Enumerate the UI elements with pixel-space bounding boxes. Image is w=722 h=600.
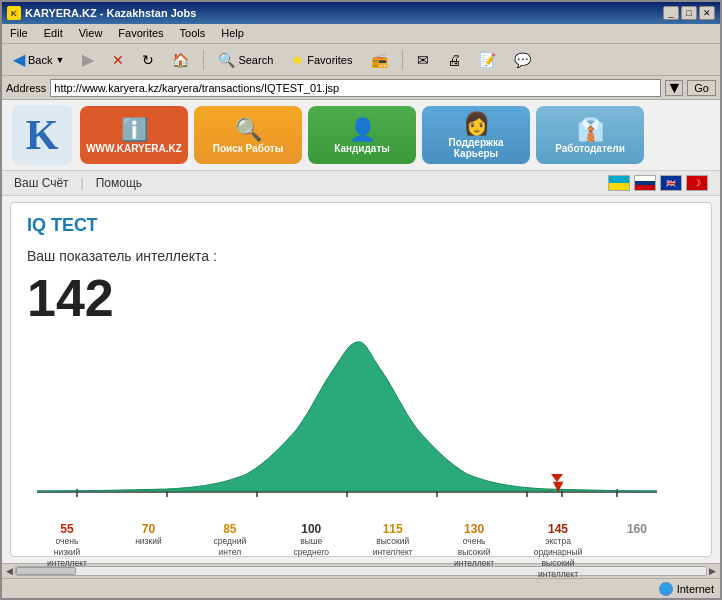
address-input[interactable] — [50, 79, 661, 97]
menu-edit[interactable]: Edit — [40, 26, 67, 41]
flag-tr[interactable]: ☽ — [686, 175, 708, 191]
refresh-button[interactable]: ↻ — [135, 48, 161, 72]
title-bar: K KARYERA.KZ - Kazakhstan Jobs _ □ ✕ — [2, 2, 720, 24]
home-button[interactable]: 🏠 — [165, 48, 196, 72]
menu-file[interactable]: File — [6, 26, 32, 41]
messenger-icon: 💬 — [514, 52, 531, 68]
internet-icon: 🌐 — [659, 582, 673, 596]
scale-160: 160 — [612, 522, 662, 578]
toolbar-separator-2 — [402, 50, 403, 70]
mail-button[interactable]: ✉ — [410, 48, 436, 72]
status-bar: 🌐 Internet — [2, 578, 720, 598]
toolbar: ◀ Back ▼ ▶ ✕ ↻ 🏠 🔍 Search ★ Favorites 📻 — [2, 44, 720, 76]
iq-arrow-indicator: ▼ — [549, 476, 567, 497]
favorites-label: Favorites — [307, 54, 352, 66]
forward-icon: ▶ — [82, 50, 94, 69]
menu-bar: File Edit View Favorites Tools Help — [2, 24, 720, 44]
site-content: K ℹ️ WWW.KARYERA.KZ 🔍 Поиск Работы 👤 Кан… — [2, 100, 720, 578]
print-button[interactable]: 🖨 — [440, 48, 468, 72]
forward-button[interactable]: ▶ — [75, 48, 101, 72]
stop-button[interactable]: ✕ — [105, 48, 131, 72]
iq-title: IQ ТЕСТ — [27, 215, 695, 236]
address-bar: Address ▼ Go — [2, 76, 720, 100]
bell-curve-svg — [27, 334, 667, 514]
back-button[interactable]: ◀ Back ▼ — [6, 48, 71, 72]
scale-130: 130 оченьвысокийинтеллект — [444, 522, 504, 578]
nav-line: Ваш Счёт | Помощь 🇬🇧 ☽ — [2, 170, 720, 196]
edit-icon: 📝 — [479, 52, 496, 68]
back-icon: ◀ — [13, 50, 25, 69]
menu-favorites[interactable]: Favorites — [114, 26, 167, 41]
scale-145: 145 экстраординарныйвысокийинтеллект — [521, 522, 596, 578]
scale-55: 55 оченьнизкийинтеллект — [32, 522, 102, 578]
logo-k-letter: K — [12, 105, 72, 165]
close-button[interactable]: ✕ — [699, 6, 715, 20]
nav-btn-info-label: WWW.KARYERA.KZ — [86, 143, 182, 154]
flags-container: 🇬🇧 ☽ — [608, 175, 708, 191]
flag-ru[interactable] — [634, 175, 656, 191]
scale-85: 85 среднийинтел — [195, 522, 265, 578]
window-controls: _ □ ✕ — [663, 6, 715, 20]
nav-separator: | — [81, 176, 84, 190]
internet-label: Internet — [677, 583, 714, 595]
nav-btn-employers-label: Работодатели — [555, 143, 625, 154]
maximize-button[interactable]: □ — [681, 6, 697, 20]
nav-btn-job[interactable]: 🔍 Поиск Работы — [194, 106, 302, 164]
home-icon: 🏠 — [172, 52, 189, 68]
employers-icon: 👔 — [577, 117, 604, 143]
favorites-button[interactable]: ★ Favorites — [284, 48, 359, 72]
scale-70: 70 низкий — [118, 522, 178, 578]
messenger-button[interactable]: 💬 — [507, 48, 538, 72]
site-header: K ℹ️ WWW.KARYERA.KZ 🔍 Поиск Работы 👤 Кан… — [2, 100, 720, 170]
go-button[interactable]: Go — [687, 80, 716, 96]
address-dropdown[interactable]: ▼ — [665, 80, 683, 96]
search-button[interactable]: 🔍 Search — [211, 48, 280, 72]
flag-uk[interactable]: 🇬🇧 — [660, 175, 682, 191]
scroll-right-arrow[interactable]: ▶ — [707, 566, 718, 576]
nav-btn-candidates[interactable]: 👤 Кандидаты — [308, 106, 416, 164]
nav-btn-employers[interactable]: 👔 Работодатели — [536, 106, 644, 164]
media-icon: 📻 — [371, 52, 388, 68]
site-logo[interactable]: K — [12, 105, 72, 165]
nav-btn-info[interactable]: ℹ️ WWW.KARYERA.KZ — [80, 106, 188, 164]
edit-page-button[interactable]: 📝 — [472, 48, 503, 72]
star-icon: ★ — [291, 52, 304, 68]
flag-kz[interactable] — [608, 175, 630, 191]
search-label: Search — [238, 54, 273, 66]
menu-tools[interactable]: Tools — [176, 26, 210, 41]
site-nav-buttons: ℹ️ WWW.KARYERA.KZ 🔍 Поиск Работы 👤 Канди… — [80, 106, 710, 164]
toolbar-separator — [203, 50, 204, 70]
refresh-icon: ↻ — [142, 52, 154, 68]
nav-btn-support[interactable]: 👩 Поддержка Карьеры — [422, 106, 530, 164]
account-link[interactable]: Ваш Счёт — [14, 176, 69, 190]
back-dropdown-icon[interactable]: ▼ — [55, 55, 64, 65]
back-label: Back — [28, 54, 52, 66]
mail-icon: ✉ — [417, 52, 429, 68]
window-title: KARYERA.KZ - Kazakhstan Jobs — [25, 7, 196, 19]
window-icon: K — [7, 6, 21, 20]
nav-btn-support-label: Поддержка Карьеры — [432, 137, 520, 159]
stop-icon: ✕ — [112, 52, 124, 68]
scale-115: 115 высокийинтеллект — [358, 522, 428, 578]
scale-100: 100 вышесреднего — [281, 522, 341, 578]
help-link[interactable]: Помощь — [96, 176, 142, 190]
scroll-left-arrow[interactable]: ◀ — [4, 566, 15, 576]
iq-chart: ▼ — [27, 334, 667, 544]
address-label: Address — [6, 82, 46, 94]
browser-window: K KARYERA.KZ - Kazakhstan Jobs _ □ ✕ Fil… — [0, 0, 722, 600]
candidates-icon: 👤 — [349, 117, 376, 143]
info-icon: ℹ️ — [121, 117, 148, 143]
menu-help[interactable]: Help — [217, 26, 248, 41]
nav-btn-candidates-label: Кандидаты — [334, 143, 390, 154]
minimize-button[interactable]: _ — [663, 6, 679, 20]
scale-numbers: 55 оченьнизкийинтеллект 70 низкий 85 сре… — [27, 522, 667, 578]
print-icon: 🖨 — [447, 52, 461, 68]
iq-label: Ваш показатель интеллекта : — [27, 248, 695, 264]
job-icon: 🔍 — [235, 117, 262, 143]
main-content: IQ ТЕСТ Ваш показатель интеллекта : 142 … — [10, 202, 712, 557]
media-button[interactable]: 📻 — [364, 48, 395, 72]
status-right: 🌐 Internet — [659, 582, 714, 596]
search-icon: 🔍 — [218, 52, 235, 68]
menu-view[interactable]: View — [75, 26, 107, 41]
support-icon: 👩 — [463, 111, 490, 137]
